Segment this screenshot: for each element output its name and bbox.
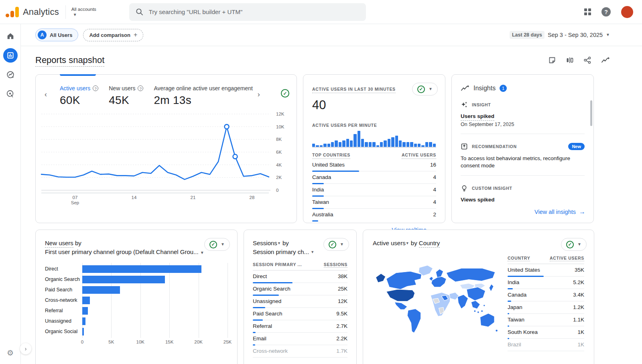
metric-active-users[interactable]: Active users ? 60K — [60, 85, 98, 107]
column-header[interactable]: ACTIVE USERS — [550, 256, 584, 261]
table-row[interactable]: Canada 3.4K — [508, 289, 584, 301]
map-region-japan[interactable] — [489, 284, 494, 292]
date-range-preset: Last 28 days — [510, 31, 544, 39]
country-row[interactable]: United States 16 — [312, 159, 436, 171]
map-region-philippines[interactable] — [484, 305, 485, 306]
search-input[interactable] — [149, 8, 360, 15]
table-row[interactable]: Brazil 1K — [508, 339, 584, 351]
table-row[interactable]: Unassigned 12K — [253, 295, 347, 308]
minute-bar — [316, 145, 319, 147]
data-quality-dropdown[interactable]: ✓ ▼ — [204, 238, 230, 251]
map-region-alaska[interactable] — [376, 273, 385, 282]
data-quality-icon[interactable]: ✓ — [281, 89, 289, 98]
bar-row[interactable]: Organic Social — [45, 328, 228, 336]
data-quality-dropdown[interactable]: ✓ ▼ — [323, 238, 349, 251]
scrollbar-thumb[interactable] — [590, 100, 592, 126]
dimension-selector[interactable]: Session primary ch... ▼ — [253, 248, 314, 255]
recommendation-text: To access lost behavioral metrics, recon… — [461, 155, 585, 169]
map-region-southeast-asia[interactable] — [471, 301, 480, 309]
map-region-mexico[interactable] — [394, 302, 407, 309]
map-region-australia[interactable] — [480, 313, 494, 327]
metric-engagement[interactable]: Average online active user engagement 2m… — [154, 85, 252, 107]
metric-selector[interactable]: Active users▼ — [373, 240, 409, 246]
country-row[interactable]: India 4 — [312, 184, 436, 196]
map-region-new-zealand[interactable] — [496, 329, 498, 332]
table-row[interactable]: Cross-network 1.7K — [253, 345, 347, 358]
page-header: Reports snapshot — [21, 46, 642, 71]
feedback-note-icon[interactable] — [548, 56, 556, 64]
metrics-next-button[interactable]: › — [255, 85, 262, 104]
apps-grid-icon[interactable] — [584, 8, 591, 15]
bar-row[interactable]: Cross-network — [45, 297, 228, 304]
add-comparison-button[interactable]: Add comparison + — [83, 29, 143, 41]
data-quality-dropdown[interactable]: ✓ ▼ — [561, 238, 587, 251]
help-icon[interactable]: ? — [601, 7, 611, 16]
minute-bar — [421, 145, 424, 147]
insight-kind-label: INSIGHT — [472, 102, 491, 107]
metrics-prev-button[interactable]: ‹ — [42, 85, 49, 104]
table-row[interactable]: Organic Search 25K — [253, 283, 347, 295]
table-row[interactable]: United States 35K — [508, 264, 584, 277]
account-switcher[interactable]: All accounts ▼ — [71, 7, 96, 17]
map-region-indonesia[interactable] — [477, 311, 479, 313]
dimension-selector[interactable]: First user primary channel group (Defaul… — [45, 248, 204, 255]
column-header[interactable]: SESSION PRIMARY ... — [253, 262, 302, 268]
table-row[interactable]: Taiwan 1.1K — [508, 314, 584, 326]
country-row[interactable]: Taiwan 4 — [312, 196, 436, 209]
map-region-indonesia[interactable] — [481, 310, 483, 312]
table-row[interactable]: Email 2.2K — [253, 333, 347, 345]
ab-comparison-icon[interactable] — [566, 56, 574, 64]
bar-row[interactable]: Unassigned — [45, 317, 228, 325]
table-row[interactable]: Japan 1.2K — [508, 301, 584, 314]
table-row[interactable]: Referral 2.7K — [253, 320, 347, 333]
map-region-south-america[interactable] — [407, 309, 421, 333]
custom-insight-item[interactable]: CUSTOM INSIGHT Views spiked — [461, 185, 585, 203]
sidebar-expand-button[interactable]: › — [20, 343, 31, 354]
main-content: A All Users Add comparison + Last 28 day… — [21, 24, 642, 364]
map-region-russia[interactable] — [446, 268, 495, 282]
date-range-picker[interactable]: Last 28 days Sep 3 - Sep 30, 2025 ▼ — [510, 31, 610, 39]
help-circle-icon[interactable]: ? — [138, 85, 143, 91]
help-circle-icon[interactable]: ? — [93, 85, 98, 91]
svg-text:6K: 6K — [276, 150, 282, 155]
sidebar-item-home[interactable] — [3, 29, 18, 43]
dimension-selector[interactable]: Country — [419, 240, 440, 248]
sidebar-item-advertising[interactable] — [3, 87, 18, 101]
map-region-united-states[interactable] — [386, 289, 415, 301]
recommendation-item[interactable]: RECOMMENDATION New To access lost behavi… — [461, 143, 585, 176]
share-icon[interactable] — [583, 56, 591, 64]
metric-new-users[interactable]: New users ? 45K — [109, 85, 143, 107]
bar-row[interactable]: Referral — [45, 307, 228, 315]
map-region-canada[interactable] — [386, 271, 422, 289]
search-bar[interactable] — [129, 3, 366, 21]
minute-bar — [380, 142, 383, 147]
sidebar-item-reports[interactable] — [3, 48, 18, 63]
map-region-indonesia[interactable] — [474, 310, 476, 312]
table-row[interactable]: South Korea 1K — [508, 326, 584, 339]
view-all-insights-link[interactable]: View all insights→ — [534, 208, 585, 216]
bar-row[interactable]: Organic Search — [45, 276, 228, 283]
minute-bar — [358, 131, 360, 147]
column-header[interactable]: COUNTRY — [508, 256, 530, 261]
table-row[interactable]: India 5.2K — [508, 277, 584, 289]
column-header[interactable]: SESSIONS — [324, 262, 347, 268]
bar-row[interactable]: Direct — [45, 265, 228, 273]
all-users-segment-chip[interactable]: A All Users — [35, 28, 78, 41]
insight-item[interactable]: INSIGHT Users spiked On September 17, 20… — [461, 101, 585, 134]
country-row[interactable]: Australia 2 — [312, 209, 436, 221]
map-region-india[interactable] — [457, 295, 468, 309]
country-row[interactable]: Canada 4 — [312, 171, 436, 184]
data-quality-dropdown[interactable]: ✓ ▼ — [412, 83, 438, 96]
map-region-china[interactable] — [467, 287, 486, 301]
avatar[interactable] — [621, 6, 633, 18]
insights-sparkline-icon[interactable] — [601, 56, 610, 64]
chevron-down-icon: ▼ — [73, 13, 77, 17]
settings-gear-icon[interactable]: ⚙ — [7, 348, 14, 358]
metric-selector[interactable]: Sessions▼ — [253, 240, 281, 246]
map-region-europe[interactable] — [431, 277, 446, 287]
table-row[interactable]: Direct 38K — [253, 270, 347, 283]
table-row[interactable]: Paid Search 9.5K — [253, 308, 347, 320]
bar-row[interactable]: Paid Search — [45, 286, 228, 294]
sidebar-item-explore[interactable] — [3, 67, 18, 82]
bar — [82, 307, 88, 315]
